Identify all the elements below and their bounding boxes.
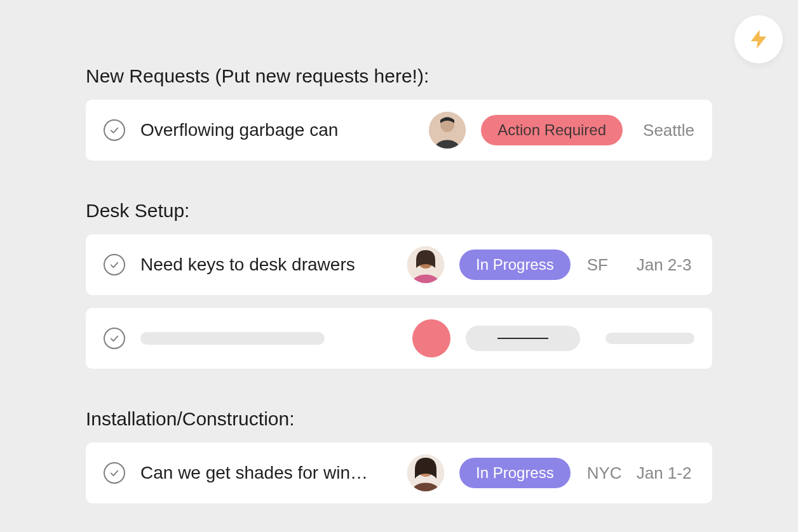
complete-checkbox[interactable]: [104, 462, 125, 484]
task-row[interactable]: Overflowing garbage can Action Required …: [86, 100, 712, 161]
task-row[interactable]: Can we get shades for win… In Progress N…: [86, 442, 712, 503]
assignee-avatar[interactable]: [429, 112, 466, 149]
task-date-range[interactable]: Jan 2-3: [637, 255, 692, 275]
task-row-placeholder[interactable]: [86, 308, 712, 369]
task-location[interactable]: Seattle: [643, 121, 694, 140]
status-badge[interactable]: Action Required: [481, 115, 623, 145]
check-icon: [109, 333, 120, 344]
section-installation: Installation/Construction: Can we get sh…: [86, 408, 712, 503]
assignee-avatar[interactable]: [407, 246, 444, 283]
check-icon: [109, 124, 120, 136]
lightning-icon: [747, 28, 770, 51]
placeholder-avatar: [412, 319, 450, 357]
section-new-requests: New Requests (Put new requests here!): O…: [86, 65, 712, 161]
task-row[interactable]: Need keys to desk drawers In Progress SF…: [86, 234, 712, 295]
complete-checkbox[interactable]: [104, 119, 125, 141]
status-badge[interactable]: In Progress: [459, 249, 571, 280]
task-location[interactable]: NYC: [587, 463, 637, 483]
check-icon: [109, 467, 120, 479]
section-title[interactable]: Installation/Construction:: [86, 408, 712, 430]
task-board: New Requests (Put new requests here!): O…: [86, 65, 712, 503]
complete-checkbox[interactable]: [104, 254, 125, 276]
complete-checkbox[interactable]: [104, 328, 125, 349]
task-title[interactable]: Can we get shades for win…: [140, 463, 407, 483]
task-title[interactable]: Need keys to desk drawers: [140, 255, 407, 275]
section-title[interactable]: New Requests (Put new requests here!):: [86, 65, 712, 87]
check-icon: [109, 259, 120, 270]
task-location[interactable]: SF: [587, 255, 637, 275]
assignee-avatar[interactable]: [407, 455, 444, 491]
status-badge[interactable]: In Progress: [459, 458, 571, 488]
section-desk-setup: Desk Setup: Need keys to desk drawers In…: [86, 200, 712, 369]
section-title[interactable]: Desk Setup:: [86, 200, 712, 222]
task-title[interactable]: Overflowing garbage can: [140, 120, 407, 140]
task-date-range[interactable]: Jan 1-2: [637, 463, 692, 483]
placeholder-status: [466, 326, 580, 351]
automation-button[interactable]: [734, 15, 783, 63]
placeholder-meta: [605, 333, 694, 344]
placeholder-title: [140, 332, 325, 345]
